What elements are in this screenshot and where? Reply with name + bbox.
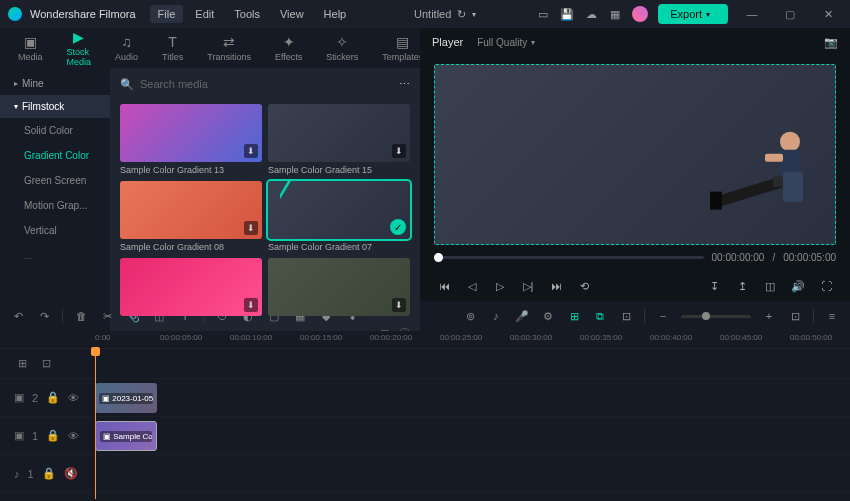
video-preview[interactable] [434, 64, 836, 245]
mute-icon[interactable]: 🔇 [64, 467, 78, 480]
quality-selector[interactable]: Full Quality▾ [477, 37, 535, 48]
sidebar-item-motion[interactable]: Motion Grap... [0, 193, 110, 218]
delete-button[interactable]: 🗑 [73, 308, 89, 324]
search-input[interactable]: 🔍 Search media [120, 78, 391, 91]
refresh-icon[interactable]: ↻ [457, 8, 466, 21]
export-button[interactable]: Export▾ [658, 4, 728, 24]
tab-stock-media[interactable]: ▶Stock Media [57, 25, 102, 71]
player-tab[interactable]: Player [432, 36, 463, 48]
visibility-icon[interactable]: 👁 [68, 430, 79, 442]
scrub-handle[interactable] [434, 253, 443, 262]
track-settings-icon[interactable]: ⊡ [38, 356, 54, 372]
menu-help[interactable]: Help [316, 5, 355, 23]
monitor-icon[interactable]: ▭ [536, 7, 550, 21]
track-body-2[interactable]: ▣ 2023-01-05... [90, 379, 850, 416]
zoom-slider[interactable] [681, 315, 751, 318]
titlebar: Wondershare Filmora File Edit Tools View… [0, 0, 850, 28]
time-total: 00:00:05:00 [783, 252, 836, 263]
visibility-icon[interactable]: 👁 [68, 392, 79, 404]
sidebar-item-filmstock[interactable]: ▾Filmstock [0, 95, 110, 118]
zoom-fit-button[interactable]: ⊡ [787, 308, 803, 324]
lock-icon[interactable]: 🔒 [46, 429, 60, 442]
minimize-button[interactable]: — [738, 4, 766, 24]
magnet-button[interactable]: ⧉ [592, 308, 608, 324]
play-button[interactable]: ▷ [490, 276, 510, 296]
thumb-gradient-extra1[interactable]: ⬇ [120, 258, 262, 316]
search-icon: 🔍 [120, 78, 134, 91]
audio-button[interactable]: ♪ [488, 308, 504, 324]
more-icon[interactable]: ⋯ [399, 78, 410, 91]
cloud-icon[interactable]: ☁ [584, 7, 598, 21]
thumb-gradient-13[interactable]: ⬇ Sample Color Gradient 13 [120, 104, 262, 175]
render-button[interactable]: ⊚ [462, 308, 478, 324]
clip-video[interactable]: ▣ 2023-01-05... [95, 383, 157, 413]
tab-effects[interactable]: ✦Effects [265, 30, 312, 66]
step-fwd-button[interactable]: ▷| [518, 276, 538, 296]
zoom-handle[interactable] [702, 312, 710, 320]
track-body-1[interactable]: ▣ Sample Col... [90, 417, 850, 454]
sidebar-item-more[interactable]: ... [0, 243, 110, 268]
group-button[interactable]: ⊡ [618, 308, 634, 324]
download-icon: ⬇ [244, 298, 258, 312]
titles-icon: T [168, 34, 177, 50]
lock-icon[interactable]: 🔒 [46, 391, 60, 404]
title-center: Untitled ↻ ▾ [358, 8, 532, 21]
sidebar-item-gradient[interactable]: Gradient Color [0, 143, 110, 168]
maximize-button[interactable]: ▢ [776, 4, 804, 24]
zoom-in-button[interactable]: + [761, 308, 777, 324]
volume-icon[interactable]: 🔊 [788, 276, 808, 296]
fullscreen-icon[interactable]: ⛶ [816, 276, 836, 296]
preview-panel: Player Full Quality▾ 📷 [420, 28, 850, 301]
thumb-gradient-07[interactable]: ✓ Sample Color Gradient 07 [268, 181, 410, 252]
mark-in-icon[interactable]: ↧ [704, 276, 724, 296]
sidebar-item-solid[interactable]: Solid Color [0, 118, 110, 143]
menu-tools[interactable]: Tools [226, 5, 268, 23]
scrubber: 00:00:00:00 / 00:00:05:00 [434, 245, 836, 263]
add-track-icon[interactable]: ⊞ [14, 356, 30, 372]
track-body-a1[interactable] [90, 455, 850, 492]
prev-frame-button[interactable]: ⏮ [434, 276, 454, 296]
step-back-button[interactable]: ◁ [462, 276, 482, 296]
avatar[interactable] [632, 6, 648, 22]
grid-icon[interactable]: ▦ [608, 7, 622, 21]
next-frame-button[interactable]: ⏭ [546, 276, 566, 296]
snap-button[interactable]: ⊞ [566, 308, 582, 324]
redo-button[interactable]: ↷ [36, 308, 52, 324]
sidebar-item-green[interactable]: Green Screen [0, 168, 110, 193]
loop-button[interactable]: ⟲ [574, 276, 594, 296]
mic-button[interactable]: 🎤 [514, 308, 530, 324]
tab-stickers[interactable]: ✧Stickers [316, 30, 368, 66]
tab-audio[interactable]: ♫Audio [105, 30, 148, 66]
tab-media[interactable]: ▣Media [8, 30, 53, 66]
snapshot-icon[interactable]: 📷 [824, 36, 838, 49]
save-icon[interactable]: 💾 [560, 7, 574, 21]
settings-button[interactable]: ≡ [824, 308, 840, 324]
thumb-gradient-extra2[interactable]: ⬇ [268, 258, 410, 316]
playhead[interactable] [95, 349, 96, 499]
chevron-down-icon[interactable]: ▾ [472, 10, 476, 19]
sidebar-item-mine[interactable]: ▸Mine [0, 72, 110, 95]
thumb-gradient-08[interactable]: ⬇ Sample Color Gradient 08 [120, 181, 262, 252]
tab-titles[interactable]: TTitles [152, 30, 193, 66]
menu-edit[interactable]: Edit [187, 5, 222, 23]
audio-icon: ♪ [14, 468, 20, 480]
download-icon: ⬇ [244, 144, 258, 158]
zoom-out-button[interactable]: − [655, 308, 671, 324]
download-icon: ⬇ [244, 221, 258, 235]
thumb-gradient-15[interactable]: ⬇ Sample Color Gradient 15 [268, 104, 410, 175]
close-button[interactable]: ✕ [814, 4, 842, 24]
mark-out-icon[interactable]: ↥ [732, 276, 752, 296]
time-current: 00:00:00:00 [712, 252, 765, 263]
mixer-button[interactable]: ⚙ [540, 308, 556, 324]
app-name: Wondershare Filmora [30, 8, 136, 20]
scrub-track[interactable] [434, 256, 704, 259]
menu-view[interactable]: View [272, 5, 312, 23]
timeline-ruler[interactable]: 0:00 00:00:05:00 00:00:10:00 00:00:15:00… [0, 331, 850, 349]
tab-transitions[interactable]: ⇄Transitions [197, 30, 261, 66]
menu-file[interactable]: File [150, 5, 184, 23]
sidebar-item-vertical[interactable]: Vertical [0, 218, 110, 243]
undo-button[interactable]: ↶ [10, 308, 26, 324]
crop-icon[interactable]: ◫ [760, 276, 780, 296]
lock-icon[interactable]: 🔒 [42, 467, 56, 480]
clip-gradient[interactable]: ▣ Sample Col... [95, 421, 157, 451]
